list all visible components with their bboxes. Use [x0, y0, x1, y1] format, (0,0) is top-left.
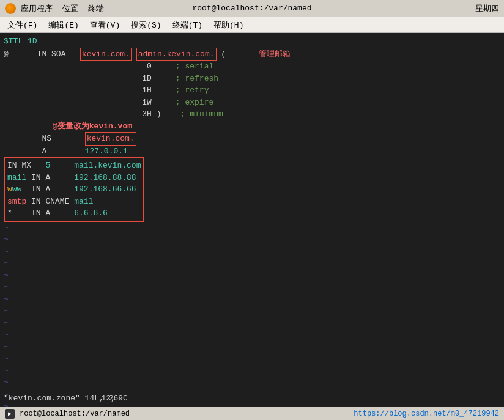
- tilde-line: ~: [4, 234, 500, 246]
- status-left: ▶ root@localhost:/var/named: [5, 409, 130, 419]
- terminal-status-icon: ▶: [5, 409, 15, 419]
- menu-help[interactable]: 帮助(H): [209, 18, 248, 32]
- line-minimum: 3H ) ; minimum: [4, 108, 500, 120]
- menu-view[interactable]: 查看(V): [85, 18, 125, 32]
- menu-apps[interactable]: 应用程序: [21, 3, 53, 14]
- comment-expire: ; expire: [176, 97, 213, 109]
- records-section: IN MX 5 mail.kevin.com mail IN A 192.168…: [4, 157, 144, 222]
- menu-file[interactable]: 文件(F): [2, 18, 42, 32]
- comment-retry: ; retry: [176, 84, 209, 97]
- title-menus[interactable]: 应用程序 位置 终端: [21, 3, 104, 14]
- file-info-line: "kevin.com.zone" 14L, 269C 12,: [4, 392, 128, 405]
- annotation-box-label: 管理邮箱: [244, 48, 290, 61]
- menu-terminal[interactable]: 终端: [88, 3, 104, 14]
- line-mail-a: mail IN A 192.168.88.88: [7, 172, 141, 184]
- line-soa: @ IN SOA kevin.com. admin.kevin.com. ( 管…: [4, 48, 500, 61]
- app-icon: [5, 3, 16, 14]
- status-user-path: root@localhost:/var/named: [20, 410, 130, 418]
- star-ip: 6.6.6.6: [74, 207, 108, 219]
- tilde-line: ~: [4, 353, 500, 365]
- annotation-text: @变量改为kevin.vom: [53, 120, 132, 133]
- status-link[interactable]: https://blog.csdn.net/m0_47219942: [354, 410, 499, 418]
- tilde-line: ~: [4, 293, 500, 306]
- tilde-block: ~ ~ ~ ~ ~ ~ ~ ~ ~ ~ ~ ~ ~ ~ ~ ~ ~ ~ ~ ~: [4, 234, 500, 407]
- tilde-line: ~: [4, 365, 500, 377]
- menu-edit[interactable]: 编辑(E): [43, 18, 83, 32]
- tilde-line: ~: [4, 257, 500, 270]
- menu-location[interactable]: 位置: [62, 3, 78, 14]
- title-bar: 应用程序 位置 终端 root@localhost:/var/named 星期四: [0, 0, 504, 17]
- tilde-line: ~: [4, 341, 500, 353]
- menu-search[interactable]: 搜索(S): [126, 18, 166, 32]
- tilde-line: ~: [4, 317, 500, 330]
- tilde-line: ~: [4, 270, 500, 282]
- line-retry: 1H ; retry: [4, 84, 500, 97]
- line-www-a: www IN A 192.168.66.66: [7, 183, 141, 196]
- cursor-position: 12,: [101, 392, 115, 405]
- comment-refresh: ; refresh: [176, 73, 218, 85]
- ns-value: kevin.com.: [85, 132, 136, 146]
- status-bar: ▶ root@localhost:/var/named https://blog…: [0, 407, 504, 420]
- menu-bar: 文件(F) 编辑(E) 查看(V) 搜索(S) 终端(T) 帮助(H): [0, 17, 504, 33]
- line-expire: 1W ; expire: [4, 97, 500, 109]
- comment-serial: ; serial: [176, 61, 213, 73]
- smtp-cname-value: mail: [74, 196, 93, 208]
- day-label: 星期四: [475, 3, 499, 14]
- line-mx: IN MX 5 mail.kevin.com: [7, 160, 141, 172]
- ttl-text: $TTL 1D: [4, 35, 37, 48]
- soa-admin: admin.kevin.com.: [136, 48, 217, 61]
- line-serial: 0 ; serial: [4, 61, 500, 73]
- comment-minimum: ; minimum: [180, 108, 223, 120]
- line-refresh: 1D ; refresh: [4, 73, 500, 85]
- line-ns: NS kevin.com.: [4, 132, 500, 146]
- tilde-line: ~: [4, 377, 500, 389]
- tilde-line: ~: [4, 329, 500, 341]
- a-record-value: 127.0.0.1: [85, 146, 128, 158]
- soa-origin: kevin.com.: [80, 48, 132, 61]
- title-bar-left: 应用程序 位置 终端: [5, 3, 104, 14]
- line-tilde-after: ~: [4, 222, 500, 234]
- terminal-content[interactable]: $TTL 1D @ IN SOA kevin.com. admin.kevin.…: [0, 33, 504, 407]
- www-ip: 192.168.66.66: [74, 183, 136, 196]
- line-ttl: $TTL 1D: [4, 35, 500, 48]
- tilde-line: ~: [4, 281, 500, 293]
- tilde-line: ~: [4, 246, 500, 258]
- line-smtp-cname: smtp IN CNAME mail: [7, 196, 141, 208]
- menu-terminal[interactable]: 终端(T): [168, 18, 207, 32]
- line-annotation: @变量改为kevin.vom: [4, 120, 500, 133]
- window-title: root@localhost:/var/named: [192, 4, 311, 13]
- line-a-record: A 127.0.0.1: [4, 146, 500, 158]
- mx-value: mail.kevin.com: [74, 160, 141, 172]
- mail-ip: 192.168.88.88: [74, 172, 136, 184]
- records-box: IN MX 5 mail.kevin.com mail IN A 192.168…: [4, 157, 144, 222]
- tilde-line: ~: [4, 305, 500, 317]
- line-star-a: * IN A 6.6.6.6: [7, 207, 141, 219]
